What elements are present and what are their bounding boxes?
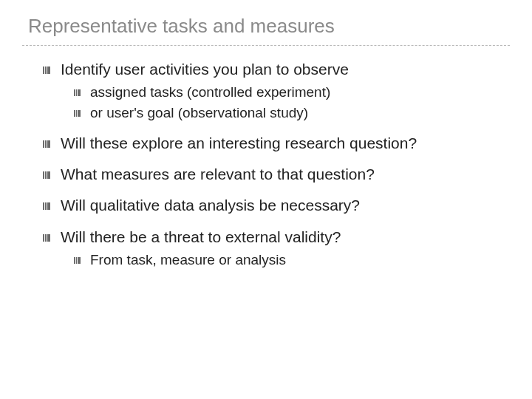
sub-list: assigned tasks (controlled experiment) o… [74, 83, 510, 122]
bullet-relevant-measures: What measures are relevant to that quest… [43, 164, 510, 185]
bullet-external-validity: Will there be a threat to external valid… [43, 227, 510, 270]
slide-title: Representative tasks and measures [22, 15, 510, 38]
sub-bullet-user-goal: or user's goal (observational study) [74, 103, 510, 123]
sub-bullet-from-task: From task, measure or analysis [74, 250, 510, 270]
main-list: Identify user activities you plan to obs… [43, 59, 510, 270]
bullet-research-question: Will these explore an interesting resear… [43, 133, 510, 154]
bullet-qualitative-analysis: Will qualitative data analysis be necess… [43, 195, 510, 216]
bullet-text: Will there be a threat to external valid… [61, 228, 341, 245]
bullet-identify-activities: Identify user activities you plan to obs… [43, 59, 510, 123]
sub-bullet-assigned-tasks: assigned tasks (controlled experiment) [74, 83, 510, 102]
sub-list: From task, measure or analysis [74, 250, 510, 270]
bullet-text: Identify user activities you plan to obs… [61, 61, 349, 78]
slide: Representative tasks and measures Identi… [0, 0, 532, 295]
title-divider [22, 45, 510, 46]
